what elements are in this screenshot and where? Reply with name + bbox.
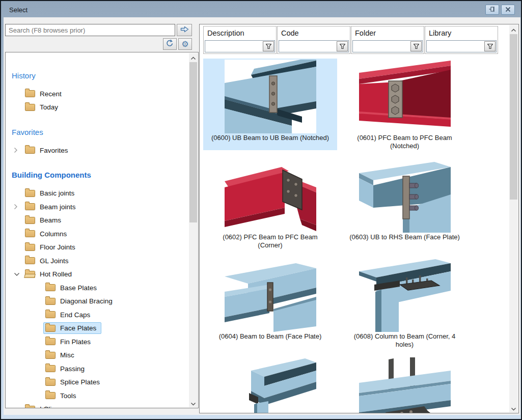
titlebar-buttons (485, 5, 515, 15)
tree-item-label: Passing (60, 365, 85, 373)
component-card-ub-rhs-face[interactable]: (0603) UB to RHS Beam (Face Plate) (338, 158, 472, 249)
scrollbar-thumb[interactable] (189, 62, 197, 222)
search-go-button[interactable] (177, 24, 192, 36)
tree-item-beams[interactable]: Beams (12, 214, 189, 228)
tree-item-label: Beams (40, 216, 61, 224)
tree-item-label: Beam joints (40, 203, 76, 211)
tree-item-body[interactable]: Base Plates (43, 282, 102, 294)
tree-item-body[interactable]: Beam joints (23, 201, 81, 213)
component-list-panel: DescriptionCodeFolderLibrary (0600) UB B… (199, 24, 519, 413)
tree-item-tools[interactable]: Tools (12, 389, 189, 403)
tree-item-body[interactable]: Recent (23, 88, 67, 100)
tree-item-hot-rolled[interactable]: Hot Rolled (12, 268, 189, 282)
tree-item-body[interactable]: GL Joints (23, 255, 74, 267)
tree-item-basic-joints[interactable]: Basic joints (12, 187, 189, 201)
component-card-pfc-pfc-notched[interactable]: (0601) PFC Beam to PFC Beam (Notched) (338, 59, 472, 150)
chevron-right-icon[interactable] (12, 204, 23, 210)
filter-input-description[interactable] (205, 40, 275, 52)
tree-item-body[interactable]: Favorites (23, 145, 73, 156)
tree-item-today[interactable]: Today (12, 101, 189, 115)
tree-item-label: Hot Rolled (40, 270, 72, 278)
scrollbar-thumb[interactable] (510, 34, 517, 200)
settings-button[interactable]: ⚙ (178, 38, 192, 50)
list-scrollbar[interactable] (509, 25, 518, 412)
scroll-down-button[interactable] (509, 404, 518, 412)
tree-item-body[interactable]: Fin Plates (43, 336, 96, 348)
tree-item-label: End Caps (60, 311, 90, 319)
tree-item-body[interactable]: Hot Rolled (23, 268, 77, 280)
filter-button-code[interactable] (337, 41, 348, 51)
tree-selection-highlight[interactable]: Face Plates (43, 322, 101, 334)
filter-input-code[interactable] (279, 40, 349, 52)
tree-item-body[interactable]: I Clips (23, 403, 64, 408)
chevron-up-icon (190, 53, 196, 62)
tree-item-fin-plates[interactable]: Fin Plates (12, 335, 189, 349)
tree-item-body[interactable]: Tools (43, 390, 81, 402)
close-button[interactable] (501, 5, 515, 15)
scroll-down-button[interactable] (189, 399, 198, 407)
tree-item-body[interactable]: Basic joints (23, 187, 79, 199)
tree-item-body[interactable]: Passing (43, 363, 90, 375)
tree-item-diagonal-bracing[interactable]: Diagonal Bracing (12, 295, 189, 309)
component-card-pfc-pfc-corner[interactable]: (0602) PFC Beam to PFC Beam (Corner) (203, 158, 337, 249)
search-input[interactable] (5, 24, 175, 36)
tree-item-body[interactable]: End Caps (43, 309, 95, 321)
tree-item-body[interactable]: Misc (43, 349, 79, 361)
tree-scrollbar[interactable] (189, 53, 198, 407)
column-header-code[interactable]: Code (277, 26, 350, 54)
tree-item-gl-joints[interactable]: GL Joints (12, 254, 189, 268)
tree-item-body[interactable]: Splice Plates (43, 376, 105, 388)
component-card-partial-left[interactable] (203, 356, 337, 413)
component-card-partial-right[interactable] (338, 356, 472, 413)
component-card-column-beam-corner[interactable]: (0608) Column to Beam (Corner, 4 holes) (338, 257, 472, 349)
filter-input-library[interactable] (426, 40, 497, 52)
scroll-up-button[interactable] (509, 25, 518, 34)
chevron-down-icon[interactable] (12, 272, 23, 276)
arrow-right-icon (180, 26, 189, 34)
tree-item-i-clips[interactable]: I Clips (12, 403, 189, 408)
filter-button-description[interactable] (263, 41, 274, 51)
column-header-description[interactable]: Description (203, 26, 277, 54)
column-header-folder[interactable]: Folder (351, 26, 424, 54)
tree-item-body[interactable]: Diagonal Bracing (43, 295, 118, 307)
tree-item-misc[interactable]: Misc (12, 349, 189, 362)
tree-item-favorites[interactable]: Favorites (12, 144, 189, 157)
filter-input-folder[interactable] (352, 40, 423, 52)
folder-icon (25, 90, 35, 97)
tree-item-floor-joints[interactable]: Floor Joints (12, 241, 189, 255)
refresh-button[interactable] (163, 38, 177, 50)
tree-item-columns[interactable]: Columns (12, 227, 189, 241)
select-window: Select ⚙ HistoryRecentTodayFavoritesFavo… (0, 0, 522, 420)
folder-icon (45, 352, 56, 359)
pin-button[interactable] (485, 5, 499, 15)
tree-item-passing[interactable]: Passing (12, 362, 189, 376)
tree-item-end-caps[interactable]: End Caps (12, 308, 189, 322)
tree-item-beam-joints[interactable]: Beam joints (12, 200, 189, 214)
component-tree: HistoryRecentTodayFavoritesFavoritesBuil… (6, 52, 189, 408)
funnel-icon (413, 43, 420, 49)
folder-icon (25, 244, 35, 251)
folder-icon (25, 190, 35, 197)
thumbnail-ub-rhs-face (359, 159, 451, 233)
card-caption: (0608) Column to Beam (Corner, 4 holes) (338, 332, 472, 349)
folder-icon (45, 392, 56, 399)
tree-item-body[interactable]: Columns (23, 228, 72, 240)
tree-item-face-plates[interactable]: Face Plates (12, 322, 189, 335)
filter-button-library[interactable] (484, 41, 496, 51)
tree-item-recent[interactable]: Recent (12, 87, 189, 101)
component-card-ub-ub-notched[interactable]: (0600) UB Beam to UB Beam (Notched) (203, 59, 337, 150)
thumbnail-partial-left (225, 357, 316, 413)
funnel-icon (339, 43, 346, 49)
tree-item-label: GL Joints (40, 257, 69, 265)
scroll-up-button[interactable] (189, 53, 198, 62)
column-header-library[interactable]: Library (425, 26, 498, 54)
filter-button-folder[interactable] (410, 41, 422, 51)
tree-item-body[interactable]: Today (23, 101, 63, 113)
tree-item-body[interactable]: Floor Joints (23, 241, 80, 253)
tree-item-label: Base Plates (60, 284, 97, 292)
tree-item-body[interactable]: Beams (23, 214, 66, 226)
tree-item-splice-plates[interactable]: Splice Plates (12, 376, 189, 389)
tree-item-base-plates[interactable]: Base Plates (12, 281, 189, 295)
component-card-beam-beam-face[interactable]: (0604) Beam to Beam (Face Plate) (203, 257, 337, 349)
chevron-right-icon[interactable] (12, 147, 23, 153)
